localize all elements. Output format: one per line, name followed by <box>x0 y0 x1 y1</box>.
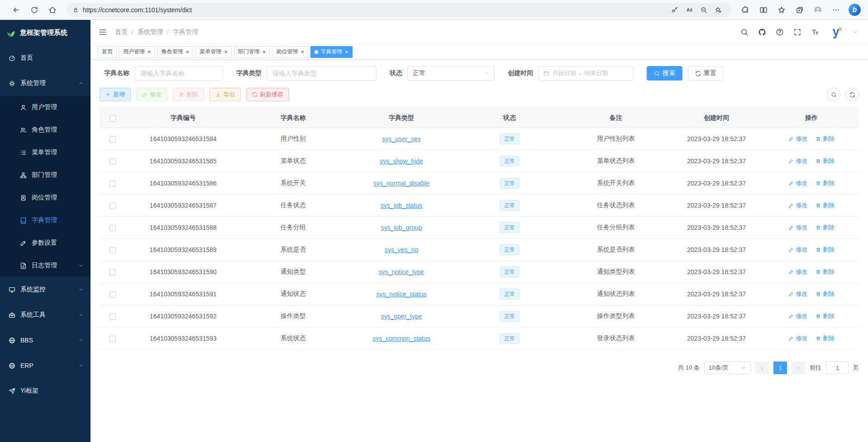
date-range-picker[interactable]: 开始日期 - 结束日期 <box>538 66 634 81</box>
breadcrumb-home[interactable]: 首页 <box>115 28 128 36</box>
row-edit-button[interactable]: 修改 <box>788 312 807 320</box>
row-edit-button[interactable]: 修改 <box>788 334 807 342</box>
view-tab[interactable]: 菜单管理 × <box>196 46 232 58</box>
close-tab-icon[interactable]: × <box>148 49 151 55</box>
close-tab-icon[interactable]: × <box>186 49 190 55</box>
sidebar-item[interactable]: 系统工具 <box>0 302 91 328</box>
view-tab[interactable]: 部门管理 × <box>234 46 270 58</box>
export-button[interactable]: 导出 <box>210 88 241 101</box>
row-checkbox[interactable] <box>110 291 116 298</box>
select-all-checkbox[interactable] <box>110 115 116 122</box>
dict-type-link[interactable]: sys_notice_status <box>376 290 426 298</box>
read-aloud-icon[interactable] <box>682 4 696 16</box>
sidebar-item[interactable]: 角色管理 <box>0 119 91 141</box>
search-icon[interactable] <box>740 28 749 36</box>
prev-page-button[interactable]: ‹ <box>755 361 769 374</box>
reload-icon[interactable] <box>25 2 43 18</box>
user-avatar[interactable]: y <box>829 25 843 39</box>
sidebar-item[interactable]: 菜单管理 <box>0 141 91 164</box>
edit-button[interactable]: 修改 <box>136 88 167 101</box>
row-checkbox[interactable] <box>110 136 116 143</box>
sidebar-item[interactable]: 用户管理 <box>0 96 91 119</box>
row-checkbox[interactable] <box>110 269 116 276</box>
row-edit-button[interactable]: 修改 <box>788 135 807 143</box>
close-tab-icon[interactable]: × <box>300 49 304 55</box>
sidebar-item[interactable]: 岗位管理 <box>0 186 91 209</box>
add-button[interactable]: 新增 <box>100 88 131 101</box>
view-tab[interactable]: 首页 <box>98 46 117 58</box>
refresh-cache-button[interactable]: 刷新缓存 <box>246 88 289 101</box>
row-delete-button[interactable]: 删除 <box>816 334 835 342</box>
help-icon[interactable] <box>776 28 784 36</box>
copilot-icon[interactable]: b <box>849 4 861 16</box>
back-icon[interactable] <box>7 2 25 18</box>
row-checkbox[interactable] <box>110 181 116 187</box>
dict-name-input[interactable] <box>134 66 223 81</box>
close-tab-icon[interactable]: × <box>262 49 266 55</box>
sidebar-item[interactable]: ERP <box>0 353 91 378</box>
row-delete-button[interactable]: 删除 <box>816 268 835 276</box>
sidebar-item[interactable]: 系统管理 <box>0 71 91 96</box>
row-delete-button[interactable]: 删除 <box>816 135 835 143</box>
close-tab-icon[interactable]: × <box>224 49 228 55</box>
password-key-icon[interactable] <box>668 4 682 16</box>
sidebar-item[interactable]: BBS <box>0 328 91 353</box>
profile-icon[interactable] <box>809 2 827 18</box>
fullscreen-icon[interactable] <box>793 28 801 36</box>
reset-button[interactable]: 重置 <box>688 66 724 81</box>
dict-type-link[interactable]: sys_show_hide <box>380 157 423 165</box>
row-delete-button[interactable]: 删除 <box>816 157 835 165</box>
row-delete-button[interactable]: 删除 <box>816 312 835 320</box>
row-checkbox[interactable] <box>110 336 116 342</box>
breadcrumb-system[interactable]: 系统管理 <box>138 28 163 36</box>
row-delete-button[interactable]: 删除 <box>816 246 835 254</box>
home-icon[interactable] <box>43 2 62 18</box>
github-icon[interactable] <box>758 28 766 36</box>
dict-type-link[interactable]: sys_normal_disable <box>373 180 429 187</box>
address-bar[interactable]: https://ccnetcore.com:1101/system/dict <box>66 3 732 17</box>
row-edit-button[interactable]: 修改 <box>788 201 807 209</box>
row-delete-button[interactable]: 删除 <box>816 201 835 209</box>
font-size-icon[interactable] <box>811 28 819 36</box>
dict-type-link[interactable]: sys_common_status <box>372 335 430 342</box>
view-tab[interactable]: 角色管理 × <box>157 46 194 58</box>
view-tab[interactable]: 用户管理 × <box>119 46 155 58</box>
row-edit-button[interactable]: 修改 <box>788 157 807 165</box>
close-tab-icon[interactable]: × <box>345 49 348 55</box>
dict-type-link[interactable]: sys_oper_type <box>381 313 422 320</box>
sidebar-toggle-icon[interactable] <box>91 20 115 44</box>
dict-type-input[interactable] <box>267 66 377 81</box>
search-button[interactable]: 搜索 <box>647 66 682 81</box>
next-page-button[interactable]: › <box>792 361 805 374</box>
goto-page-input[interactable] <box>826 361 849 374</box>
extensions-icon[interactable] <box>736 2 754 18</box>
row-edit-button[interactable]: 修改 <box>788 290 807 298</box>
more-menu-icon[interactable] <box>827 2 845 18</box>
row-edit-button[interactable]: 修改 <box>788 223 807 232</box>
refresh-table-button[interactable] <box>845 88 859 101</box>
row-checkbox[interactable] <box>110 158 116 165</box>
dict-type-link[interactable]: sys_yes_no <box>385 246 418 253</box>
view-tab[interactable]: 岗位管理 × <box>272 46 308 58</box>
collections-icon[interactable] <box>791 2 809 18</box>
row-edit-button[interactable]: 修改 <box>788 246 807 254</box>
row-checkbox[interactable] <box>110 203 116 209</box>
dict-type-link[interactable]: sys_notice_type <box>379 268 424 276</box>
row-delete-button[interactable]: 删除 <box>816 290 835 298</box>
delete-button[interactable]: 删除 <box>173 88 204 101</box>
row-delete-button[interactable]: 删除 <box>816 223 835 232</box>
split-screen-icon[interactable] <box>754 2 773 18</box>
view-tab[interactable]: 字典管理 × <box>310 46 353 58</box>
add-favorite-icon[interactable] <box>711 4 725 16</box>
sidebar-item[interactable]: 字典管理 <box>0 209 91 232</box>
sidebar-item[interactable]: 参数设置 <box>0 232 91 254</box>
row-edit-button[interactable]: 修改 <box>788 179 807 187</box>
row-checkbox[interactable] <box>110 247 116 253</box>
sidebar-item[interactable]: 首页 <box>0 45 91 71</box>
row-edit-button[interactable]: 修改 <box>788 268 807 276</box>
row-checkbox[interactable] <box>110 225 116 231</box>
sidebar-item[interactable]: 系统监控 <box>0 277 91 302</box>
chevron-down-icon[interactable] <box>853 29 858 35</box>
favorites-icon[interactable] <box>773 2 791 18</box>
dict-type-link[interactable]: sys_user_sex <box>382 135 421 143</box>
